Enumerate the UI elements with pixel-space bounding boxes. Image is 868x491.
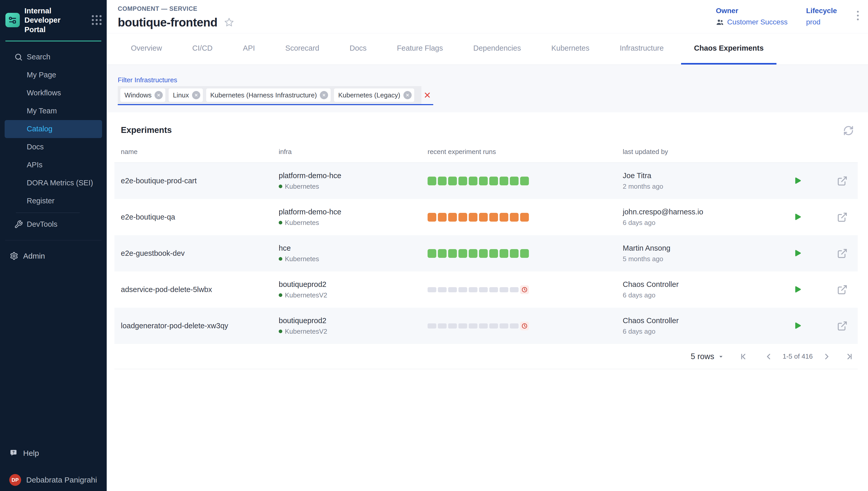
row-actions <box>782 284 854 295</box>
sidebar-item-workflows[interactable]: Workflows <box>5 84 102 102</box>
run-experiment-button[interactable] <box>792 321 802 331</box>
run-status-square-queued <box>510 287 519 292</box>
apps-grid-icon[interactable] <box>92 15 102 25</box>
filter-input[interactable]: WindowsLinuxKubernetes (Harness Infrastr… <box>118 86 433 105</box>
pagination: 5 rows 1-5 of 416 <box>114 344 858 369</box>
sidebar-item-catalog[interactable]: Catalog <box>5 120 102 138</box>
filter-chip-kubernetes-harness-infrastructure: Kubernetes (Harness Infrastructure) <box>206 88 331 102</box>
tab-docs[interactable]: Docs <box>337 33 379 64</box>
chip-remove-button[interactable] <box>403 91 412 99</box>
experiments-rows: e2e-boutique-prod-cartplatform-demo-hceK… <box>114 163 858 344</box>
tab-kubernetes[interactable]: Kubernetes <box>539 33 602 64</box>
infra-name: platform-demo-hce <box>279 171 428 180</box>
run-status-square-failed <box>458 213 467 222</box>
updated-by: Joe Titra <box>623 171 782 180</box>
sidebar-item-my-team[interactable]: My Team <box>5 102 102 120</box>
table-header: name infra recent experiment runs last u… <box>114 148 858 163</box>
tab-ci-cd[interactable]: CI/CD <box>179 33 226 64</box>
tab-infrastructure[interactable]: Infrastructure <box>607 33 676 64</box>
tab-dependencies[interactable]: Dependencies <box>461 33 534 64</box>
refresh-icon[interactable] <box>843 125 854 136</box>
run-status-square-passed <box>479 249 488 258</box>
table-row: e2e-guestbook-devhceKubernetesMartin Ans… <box>114 235 858 271</box>
sidebar-item-docs[interactable]: Docs <box>5 138 102 156</box>
recent-runs <box>428 177 623 185</box>
user-name: Debabrata Panigrahi <box>26 475 97 484</box>
run-status-square-queued <box>438 323 446 328</box>
run-status-square-queued <box>458 323 467 328</box>
sidebar-item-search[interactable]: Search <box>5 48 102 66</box>
pending-run-clock-icon <box>520 322 529 330</box>
sidebar-item-apis[interactable]: APIs <box>5 156 102 174</box>
column-header-infra: infra <box>279 148 428 156</box>
updated-by-cell: Joe Titra2 months ago <box>623 171 782 191</box>
run-status-square-queued <box>428 323 436 328</box>
run-experiment-button[interactable] <box>792 249 802 258</box>
run-status-square-queued <box>499 323 508 328</box>
sidebar-item-admin[interactable]: Admin <box>0 248 107 264</box>
sidebar-item-register[interactable]: Register <box>5 192 102 210</box>
first-page-button[interactable] <box>739 352 748 361</box>
sidebar-item-my-page[interactable]: My Page <box>5 66 102 84</box>
tab-api[interactable]: API <box>230 33 268 64</box>
chip-remove-button[interactable] <box>154 91 163 99</box>
chip-remove-button[interactable] <box>192 91 200 99</box>
run-status-square-passed <box>499 249 508 258</box>
experiments-title: Experiments <box>121 125 172 135</box>
run-status-square-passed <box>448 249 457 258</box>
run-status-square-passed <box>448 177 457 185</box>
filter-label[interactable]: Filter Infrastructures <box>118 76 868 84</box>
updated-by-cell: Martin Ansong5 months ago <box>623 244 782 263</box>
sidebar-item-devtools[interactable]: DevTools <box>0 215 107 233</box>
app-title: Internal Developer Portal <box>24 6 83 34</box>
kebab-menu-icon[interactable] <box>856 8 860 23</box>
next-page-button[interactable] <box>822 352 831 361</box>
infra-cell: hceKubernetes <box>279 244 428 263</box>
tab-chaos-experiments[interactable]: Chaos Experiments <box>681 33 777 64</box>
run-experiment-button[interactable] <box>792 285 802 295</box>
infra-type: Kubernetes <box>285 255 319 263</box>
open-experiment-button[interactable] <box>837 212 848 223</box>
column-header-runs: recent experiment runs <box>428 148 623 156</box>
run-experiment-button[interactable] <box>792 176 802 186</box>
infra-status-dot <box>279 184 282 188</box>
open-experiment-button[interactable] <box>837 321 848 331</box>
svg-text:?: ? <box>12 450 15 454</box>
open-experiment-button[interactable] <box>837 284 848 295</box>
run-status-square-failed <box>448 213 457 222</box>
run-status-square-queued <box>458 287 467 292</box>
run-experiment-button[interactable] <box>792 212 802 222</box>
run-status-square-failed <box>520 213 529 222</box>
owner-link[interactable]: Customer Success <box>727 18 787 26</box>
open-experiment-button[interactable] <box>837 248 848 259</box>
run-status-square-passed <box>510 177 519 185</box>
clear-filters-button[interactable] <box>422 86 433 104</box>
updated-by-cell: Chaos Controller6 days ago <box>623 316 782 336</box>
tab-scorecard[interactable]: Scorecard <box>272 33 332 64</box>
user-menu[interactable]: DP Debabrata Panigrahi <box>0 474 107 486</box>
tab-feature-flags[interactable]: Feature Flags <box>384 33 456 64</box>
infra-name: platform-demo-hce <box>279 208 428 216</box>
admin-divider <box>5 240 102 240</box>
favorite-star-icon[interactable] <box>224 17 234 28</box>
infra-name: boutiqueprod2 <box>279 280 428 289</box>
filter-section: Filter Infrastructures WindowsLinuxKuber… <box>107 65 868 112</box>
app-logo-icon[interactable] <box>5 13 20 27</box>
sidebar-item-help[interactable]: ? Help <box>0 445 107 462</box>
users-icon <box>716 18 724 26</box>
sidebar-bottom: ? Help DP Debabrata Panigrahi <box>0 445 107 486</box>
sidebar-item-dora-metrics-sei[interactable]: DORA Metrics (SEI) <box>5 174 102 192</box>
rows-per-page-select[interactable]: 5 rows <box>691 352 724 361</box>
last-page-button[interactable] <box>845 352 854 361</box>
chip-remove-button[interactable] <box>320 91 328 99</box>
page-header: COMPONENT — SERVICE boutique-frontend Ow… <box>107 0 868 33</box>
experiment-name: loadgenerator-pod-delete-xw3qy <box>121 322 279 330</box>
previous-page-button[interactable] <box>764 352 773 361</box>
open-experiment-button[interactable] <box>837 176 848 186</box>
rows-per-page-value: 5 rows <box>691 352 714 361</box>
run-status-square-queued <box>469 323 478 328</box>
recent-runs <box>428 285 623 294</box>
tab-overview[interactable]: Overview <box>118 33 175 64</box>
sidebar-logo-row: Internal Developer Portal <box>0 0 107 34</box>
lifecycle-value: prod <box>806 18 820 26</box>
